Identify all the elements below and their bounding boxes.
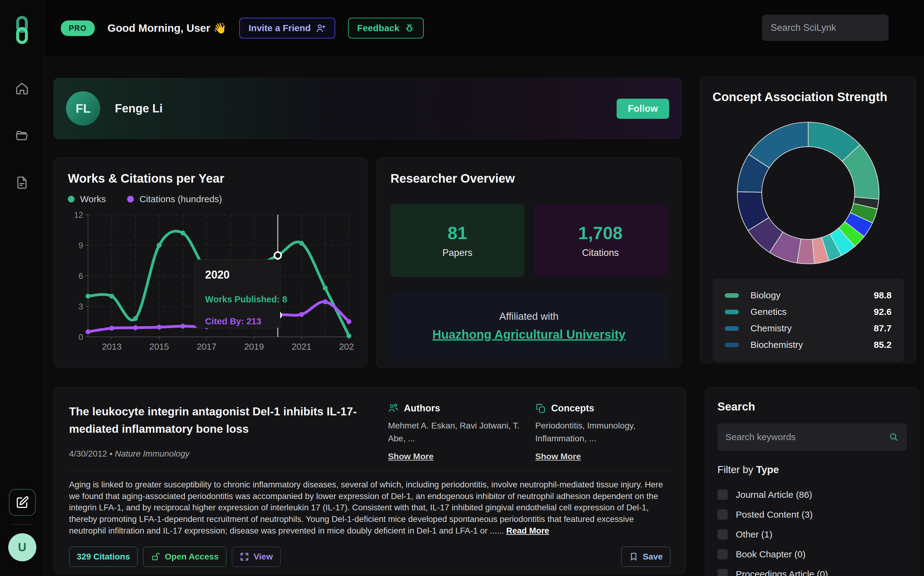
legend-label: Works — [80, 194, 106, 204]
concept-donut-chart[interactable] — [736, 121, 880, 265]
legend-swatch — [725, 293, 739, 298]
pro-badge: PRO — [61, 21, 95, 36]
follow-button[interactable]: Follow — [617, 99, 669, 119]
authors-show-more[interactable]: Show More — [388, 452, 434, 461]
unlock-icon — [151, 552, 160, 562]
paper-card: The leukocyte integrin antagonist Del-1 … — [53, 387, 686, 574]
search-panel-title: Search — [717, 400, 907, 413]
checkbox[interactable] — [717, 509, 728, 520]
legend-label: Genetics — [751, 307, 874, 317]
concepts-show-more[interactable]: Show More — [535, 452, 581, 461]
citations-stat: 1,708 Citations — [533, 204, 667, 277]
edit-icon — [15, 495, 29, 509]
filter-option-label: Other (1) — [736, 529, 772, 540]
main-content: FL Fenge Li Follow Works & Citations per… — [44, 56, 924, 576]
paper-abstract: Aging is linked to greater susceptibilit… — [69, 479, 670, 536]
svg-text:9: 9 — [78, 241, 83, 250]
document-icon[interactable] — [13, 174, 30, 191]
compose-button[interactable] — [9, 489, 36, 516]
paper-meta: 4/30/2012 • Nature Immunology — [69, 449, 376, 459]
checkbox[interactable] — [717, 549, 728, 560]
user-avatar[interactable]: U — [8, 533, 36, 562]
paper-title[interactable]: The leukocyte integrin antagonist Del-1 … — [69, 403, 376, 438]
chart-legend: WorksCitations (hundreds) — [68, 194, 353, 204]
read-more-link[interactable]: Read More — [506, 526, 549, 535]
researcher-avatar: FL — [66, 91, 100, 125]
filter-type-options: Journal Article (86)Posted Content (3)Ot… — [717, 485, 907, 576]
researcher-name: Fenge Li — [115, 102, 163, 115]
paper-date: 4/30/2012 — [69, 449, 107, 458]
keyword-search[interactable] — [717, 424, 907, 451]
filter-option-row[interactable]: Other (1) — [717, 525, 907, 544]
papers-value: 81 — [448, 222, 468, 243]
citations-value: 1,708 — [578, 222, 623, 243]
checkbox[interactable] — [717, 569, 728, 576]
legend-value: 92.6 — [874, 307, 892, 317]
legend-value: 87.7 — [874, 323, 892, 333]
svg-text:3: 3 — [78, 302, 83, 311]
concept-legend-row: Chemistry87.7 — [725, 320, 892, 336]
authors-icon — [388, 403, 399, 414]
search-icon — [889, 432, 899, 442]
view-button[interactable]: View — [232, 547, 280, 567]
authors-list: Mehmet A. Eskan, Ravi Jotwani, T. Abe, .… — [388, 419, 523, 445]
legend-label: Chemistry — [751, 323, 874, 333]
expand-icon — [240, 552, 249, 562]
sidebar: U — [0, 0, 44, 576]
bookmark-icon — [629, 552, 639, 562]
bug-icon — [404, 23, 415, 33]
keyword-search-input[interactable] — [725, 432, 889, 442]
concept-legend-row: Biochemistry85.2 — [725, 336, 892, 353]
feedback-button[interactable]: Feedback — [348, 18, 424, 38]
greeting-text: Good Morning, User 👋 — [107, 22, 227, 35]
filter-option-row[interactable]: Proceedings Article (0) — [717, 564, 907, 576]
checkbox[interactable] — [717, 490, 728, 500]
legend-dot-icon — [68, 196, 75, 203]
works-chart-title: Works & Citations per Year — [68, 172, 353, 186]
overview-title: Researcher Overview — [391, 172, 667, 186]
works-citations-chart[interactable]: 0369122013201520172019202120232020Works … — [68, 210, 354, 354]
citations-count-button[interactable]: 329 Citations — [69, 547, 138, 567]
legend-value: 98.8 — [874, 290, 892, 301]
checkbox[interactable] — [717, 529, 728, 540]
open-access-button[interactable]: Open Access — [143, 547, 226, 567]
profile-banner: FL Fenge Li Follow — [53, 78, 682, 139]
filter-option-label: Book Chapter (0) — [736, 549, 805, 560]
filter-by-type-heading: Filter by Type — [717, 464, 907, 475]
filter-option-label: Journal Article (86) — [736, 490, 812, 500]
legend-value: 85.2 — [874, 339, 892, 350]
affiliation-box: Affiliated with Huazhong Agricultural Un… — [391, 292, 667, 360]
save-button[interactable]: Save — [621, 547, 670, 567]
legend-dot-icon — [127, 196, 134, 203]
papers-stat: 81 Papers — [391, 204, 524, 277]
home-icon[interactable] — [13, 80, 30, 97]
filter-option-row[interactable]: Posted Content (3) — [717, 504, 907, 525]
filter-option-label: Posted Content (3) — [736, 509, 813, 520]
concept-title: Concept Association Strength — [713, 90, 904, 104]
scilynk-logo-icon[interactable] — [15, 16, 29, 44]
affiliation-link[interactable]: Huazhong Agricultural University — [432, 328, 626, 341]
legend-label: Biochemistry — [751, 339, 874, 350]
svg-text:0: 0 — [78, 333, 83, 342]
svg-text:2023: 2023 — [339, 342, 354, 352]
legend-label: Biology — [751, 290, 874, 301]
filter-option-row[interactable]: Journal Article (86) — [717, 485, 907, 504]
svg-text:2020: 2020 — [205, 269, 229, 281]
legend-item: Works — [68, 194, 106, 204]
folder-icon[interactable] — [13, 127, 30, 144]
researcher-overview-card: Researcher Overview 81 Papers 1,708 Cita… — [376, 157, 682, 368]
svg-text:6: 6 — [78, 272, 83, 281]
citations-label: Citations — [582, 247, 619, 258]
legend-item: Citations (hundreds) — [127, 194, 222, 204]
invite-friend-button[interactable]: Invite a Friend — [239, 18, 335, 38]
svg-text:12: 12 — [74, 210, 83, 219]
person-plus-icon — [315, 23, 326, 33]
svg-text:2015: 2015 — [149, 342, 169, 352]
filter-option-row[interactable]: Book Chapter (0) — [717, 544, 907, 564]
meta-separator: • — [109, 449, 112, 458]
global-search[interactable] — [762, 14, 889, 41]
global-search-input[interactable] — [770, 22, 892, 33]
concepts-column: Concepts Periodontitis, Immunology, Infl… — [535, 403, 670, 461]
concept-legend-row: Genetics92.6 — [725, 304, 892, 320]
svg-text:2021: 2021 — [291, 342, 311, 352]
